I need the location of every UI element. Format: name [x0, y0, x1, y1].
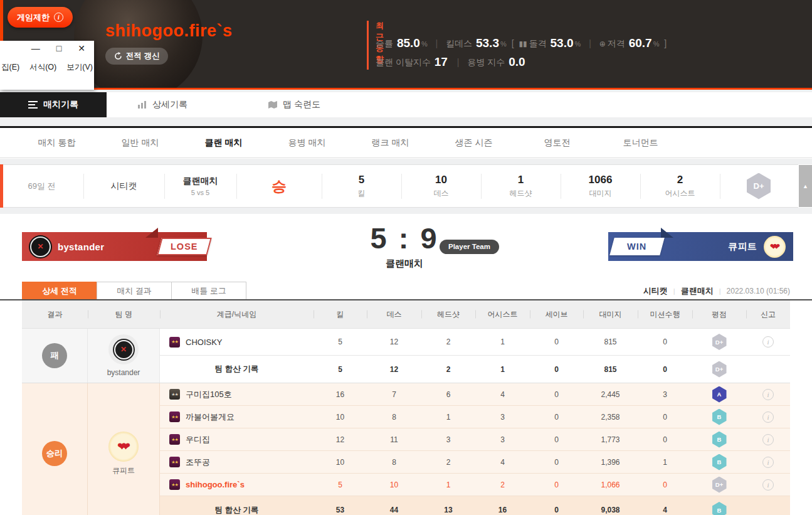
team-rows: ★★ 구미집105호 16 7 6 4 0 2,445 3 A i: [160, 383, 790, 515]
maximize-button[interactable]: □: [56, 43, 61, 53]
winning-team-banner: WIN 큐피트 ❤❤: [608, 232, 793, 261]
tab-match-record[interactable]: 매치기록: [0, 92, 107, 117]
grade-cell: D+: [692, 334, 746, 350]
subtab-survival-season[interactable]: 생존 시즌: [432, 128, 515, 157]
list-icon: [28, 101, 38, 109]
window-menubar: 집(E) 서식(O) 보기(V): [1, 62, 93, 73]
table-header-row: 결과 팀 명 계급/닉네임 킬 데스 헤드샷 어시스트 세이브 대미지 미션수행…: [22, 300, 790, 329]
damage-value: 2,358: [583, 413, 638, 422]
window-controls: — □ ✕: [0, 43, 94, 53]
game-restriction-label: 게임제한: [17, 12, 50, 23]
grade-badge: D+: [712, 361, 727, 378]
losing-team-banner: ✕ bystander LOSE: [22, 232, 207, 261]
subtab-match-total[interactable]: 매치 통합: [15, 128, 98, 157]
minimize-button[interactable]: —: [31, 43, 40, 53]
death-value: 11: [367, 435, 421, 444]
damage-value: 1,396: [583, 458, 638, 467]
col-result: 결과: [22, 309, 88, 320]
player-name[interactable]: 조뚜공: [186, 457, 210, 468]
player-name[interactable]: 우디집: [186, 434, 210, 445]
ribbon-fold: [661, 228, 673, 238]
report-icon[interactable]: i: [762, 389, 774, 400]
info-icon: i: [54, 13, 63, 22]
menu-view[interactable]: 보기(V): [66, 62, 93, 73]
kill-value: 5: [314, 365, 367, 374]
tab-battle-log[interactable]: 배틀 로그: [171, 282, 246, 300]
subtab-rank-match[interactable]: 랭크 매치: [349, 128, 432, 157]
report-icon[interactable]: i: [762, 411, 774, 423]
tab-detail-record[interactable]: 상세기록: [138, 92, 187, 117]
lose-badge: 패: [42, 343, 67, 368]
assist-value: 1: [475, 365, 530, 374]
match-time: 69일 전: [0, 165, 83, 207]
death-value: 8: [367, 413, 421, 422]
match-map: 시티캣: [83, 165, 164, 207]
subtab-mercenary-match[interactable]: 용병 매치: [265, 128, 349, 157]
mission-value: 4: [638, 506, 692, 514]
report-icon[interactable]: i: [762, 479, 774, 491]
spacer: [0, 159, 812, 164]
subtab-normal-match[interactable]: 일반 매치: [98, 128, 182, 157]
summary-assists: 2 어시스트: [640, 165, 720, 207]
menu-format[interactable]: 서식(O): [29, 62, 56, 73]
grade-badge: D+: [712, 334, 727, 350]
save-value: 0: [530, 337, 583, 346]
meta-date: 2022.03.10 (01:56): [727, 287, 790, 295]
col-damage: 대미지: [583, 309, 638, 320]
table-row: ★★ 우디집 12 11 3 3 0 1,773 0 B i: [160, 428, 790, 451]
table-row: ★★ 구미집105호 16 7 6 4 0 2,445 3 A i: [160, 383, 790, 406]
meta-map: 시티캣: [643, 285, 668, 297]
grade-badge: B: [712, 409, 727, 425]
player-name[interactable]: CHOISKY: [186, 337, 223, 347]
mission-value: 0: [638, 413, 692, 422]
kd-label: 킬데스: [446, 38, 472, 48]
death-value: 12: [367, 365, 421, 374]
tab-detail-stats[interactable]: 상세 전적: [22, 282, 97, 300]
match-mode: 클랜매치 5 vs 5: [164, 165, 236, 207]
grade-badge: B: [712, 432, 727, 448]
score-left: 5: [370, 221, 388, 255]
headshot-value: 13: [421, 506, 475, 514]
report-icon[interactable]: i: [762, 336, 774, 348]
team-sum-row: 팀 합산 기록 5 12 2 1 0 815 0 D+: [160, 356, 790, 383]
report-icon[interactable]: i: [762, 457, 774, 468]
summary-damage: 1066 대미지: [561, 165, 640, 207]
subtab-tournament[interactable]: 토너먼트: [599, 128, 682, 157]
team-result-cell: 승리: [22, 383, 88, 515]
save-value: 0: [530, 413, 583, 422]
assault-icon: ▮▮: [519, 40, 527, 48]
scroll-top-button[interactable]: ▲: [799, 165, 812, 207]
player-name-cell: ★★ 조뚜공: [160, 457, 314, 468]
subtab-territory[interactable]: 영토전: [515, 128, 599, 157]
damage-value: 1,066: [583, 480, 638, 489]
close-button[interactable]: ✕: [78, 43, 85, 53]
refresh-record-button[interactable]: 전적 갱신: [105, 48, 168, 65]
grade-badge: D+: [747, 173, 771, 199]
score-colon: :: [399, 221, 411, 255]
mercenary-label: 용병 지수: [467, 57, 505, 67]
match-type-tab-bar: 매치 통합 일반 매치 클랜 매치 용병 매치 랭크 매치 생존 시즌 영토전 …: [0, 126, 812, 158]
match-result: 승: [236, 165, 322, 207]
table-row: ★★ 까불어볼게요 10 8 1 3 0 2,358 0 B i: [160, 406, 790, 428]
assist-value: 16: [475, 506, 530, 514]
col-grade: 평점: [692, 309, 746, 320]
report-icon[interactable]: i: [762, 434, 774, 445]
score-mode-label: 클랜매치: [348, 258, 461, 270]
player-name[interactable]: 까불어볼게요: [186, 411, 235, 423]
player-name[interactable]: shihogoo.fire`s: [186, 480, 245, 489]
tab-match-result[interactable]: 매치 결과: [97, 282, 172, 300]
subtab-clan-match[interactable]: 클랜 매치: [182, 128, 265, 157]
external-window-overlay: — □ ✕ 집(E) 서식(O) 보기(V): [0, 41, 94, 90]
menu-edit[interactable]: 집(E): [1, 62, 19, 73]
player-name-cell: ★★ shihogoo.fire`s: [160, 479, 314, 490]
match-meta: 시티캣 | 클랜매치 | 2022.03.10 (01:56): [643, 285, 790, 297]
player-name[interactable]: 구미집105호: [186, 389, 232, 400]
match-summary-row[interactable]: 69일 전 시티캣 클랜매치 5 vs 5 승 5 킬 10 데스 1 헤드샷 …: [0, 164, 798, 208]
rank-icon: ★★: [169, 457, 180, 467]
game-restriction-badge[interactable]: 게임제한 i: [8, 7, 73, 28]
headshot-value: 2: [421, 458, 475, 467]
tab-map-proficiency[interactable]: 맵 숙련도: [268, 92, 320, 117]
mission-value: 1: [638, 458, 692, 467]
cupid-logo-icon: ❤❤: [764, 236, 786, 258]
sniper-label: 저격: [608, 38, 625, 48]
